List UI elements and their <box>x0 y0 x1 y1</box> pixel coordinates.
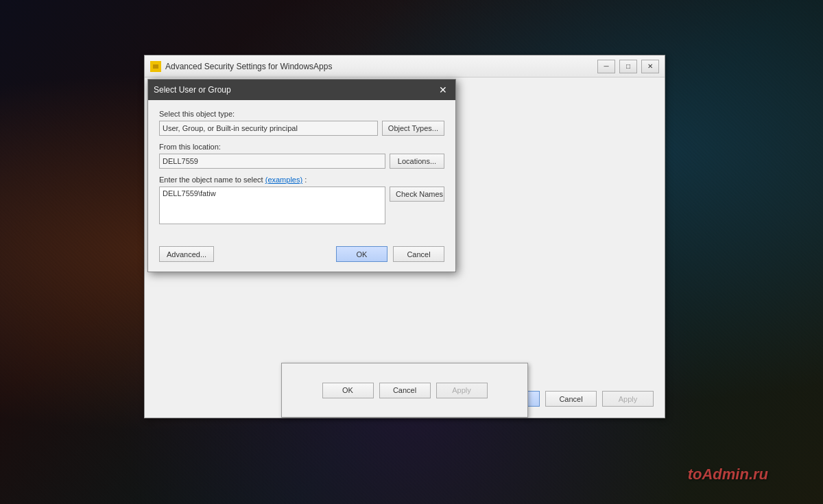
advanced-button[interactable]: Advanced... <box>159 246 214 262</box>
check-names-button[interactable]: Check Names <box>390 187 444 202</box>
object-type-label: Select this object type: <box>159 110 444 118</box>
object-types-button[interactable]: Object Types... <box>382 121 444 136</box>
select-user-dialog: Select User or Group ✕ Select this objec… <box>147 79 456 272</box>
bg-cancel-button[interactable]: Cancel <box>545 391 597 407</box>
cancel-button[interactable]: Cancel <box>393 246 444 262</box>
object-name-input[interactable] <box>159 187 385 224</box>
second-dialog: OK Cancel Apply <box>281 363 528 418</box>
minimize-button[interactable]: ─ <box>597 60 615 73</box>
colon-text: : <box>305 176 307 184</box>
location-label: From this location: <box>159 143 444 151</box>
object-type-row: Object Types... <box>159 121 444 136</box>
location-row: Locations... <box>159 154 444 169</box>
advanced-security-title: Advanced Security Settings for WindowsAp… <box>165 62 593 71</box>
dialog-close-button[interactable]: ✕ <box>436 83 450 97</box>
object-type-input <box>159 121 378 136</box>
svg-rect-1 <box>153 64 158 69</box>
locations-button[interactable]: Locations... <box>390 154 444 169</box>
object-name-row: Check Names <box>159 187 444 224</box>
second-cancel-button[interactable]: Cancel <box>379 383 431 398</box>
examples-link[interactable]: (examples) <box>265 176 302 184</box>
dialog-title: Select User or Group <box>154 85 432 95</box>
watermark: toAdmin.ru <box>688 466 768 483</box>
advanced-security-titlebar: Advanced Security Settings for WindowsAp… <box>145 56 665 77</box>
bg-apply-button[interactable]: Apply <box>602 391 654 407</box>
object-name-label: Enter the object name to select (example… <box>159 176 444 184</box>
ok-button[interactable]: OK <box>336 246 387 262</box>
location-input <box>159 154 385 169</box>
dialog-footer: Advanced... OK Cancel <box>148 241 455 272</box>
close-button[interactable]: ✕ <box>641 60 659 73</box>
maximize-button[interactable]: □ <box>619 60 637 73</box>
dialog-footer-right: OK Cancel <box>336 246 444 262</box>
advanced-security-icon <box>150 61 161 72</box>
dialog-body: Select this object type: Object Types...… <box>148 100 455 241</box>
object-name-label-text: Enter the object name to select <box>159 176 263 184</box>
second-apply-button[interactable]: Apply <box>436 383 488 398</box>
second-ok-button[interactable]: OK <box>322 383 374 398</box>
dialog-titlebar: Select User or Group ✕ <box>148 80 455 100</box>
